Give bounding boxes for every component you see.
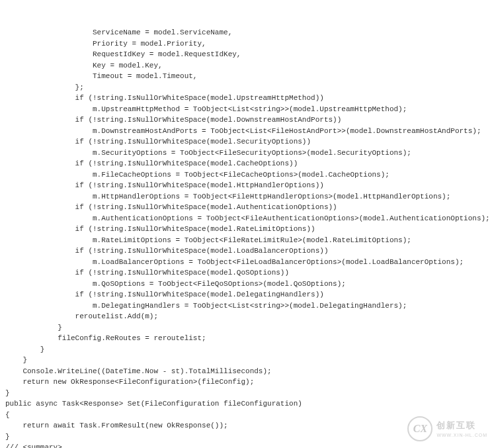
code-lines: ServiceName = model.ServiceName, Priorit…: [5, 27, 489, 448]
code-line: RequestIdKey = model.RequestIdKey,: [5, 49, 489, 60]
code-line: public async Task<Response> Set(FileConf…: [5, 398, 489, 410]
code-line: if (!string.IsNullOrWhiteSpace(model.Loa…: [5, 246, 489, 257]
code-line: reroutelist.Add(m);: [5, 311, 489, 322]
code-line: if (!string.IsNullOrWhiteSpace(model.Dow…: [5, 114, 489, 126]
code-line: Timeout = model.Timeout,: [5, 71, 489, 82]
code-line: m.DownstreamHostAndPorts = ToObject<List…: [5, 126, 489, 137]
code-line: m.QoSOptions = ToObject<FileQoSOptions>(…: [5, 279, 489, 290]
code-line: m.UpstreamHttpMethod = ToObject<List<str…: [5, 104, 489, 115]
code-line: m.HttpHandlerOptions = ToObject<FileHttp…: [5, 191, 489, 202]
code-line: }: [5, 388, 489, 399]
code-line: m.SecurityOptions = ToObject<FileSecurit…: [5, 148, 489, 159]
watermark-text: 创新互联 WWW.XIN-HL.COM: [436, 419, 487, 439]
code-line: }: [5, 355, 489, 366]
watermark-logo-icon: CX: [407, 416, 432, 441]
code-line: return new OkResponse<FileConfiguration>…: [5, 377, 489, 388]
code-line: Priority = model.Priority,: [5, 38, 489, 50]
code-line: if (!string.IsNullOrWhiteSpace(model.QoS…: [5, 267, 489, 279]
code-line: };: [5, 82, 489, 93]
code-line: m.LoadBalancerOptions = ToObject<FileLoa…: [5, 257, 489, 268]
code-line: Key = model.Key,: [5, 60, 489, 71]
code-line: m.AuthenticationOptions = ToObject<FileA…: [5, 213, 489, 224]
code-line: if (!string.IsNullOrWhiteSpace(model.Cac…: [5, 158, 489, 169]
code-line: m.FileCacheOptions = ToObject<FileCacheO…: [5, 169, 489, 181]
code-line: if (!string.IsNullOrWhiteSpace(model.Rat…: [5, 224, 489, 235]
code-line: if (!string.IsNullOrWhiteSpace(model.Aut…: [5, 202, 489, 213]
code-line: if (!string.IsNullOrWhiteSpace(model.Htt…: [5, 180, 489, 191]
code-line: fileConfig.ReRoutes = reroutelist;: [5, 333, 489, 344]
code-line: ServiceName = model.ServiceName,: [5, 27, 489, 38]
watermark-main-text: 创新互联: [436, 419, 487, 432]
code-line: if (!string.IsNullOrWhiteSpace(model.Sec…: [5, 136, 489, 148]
code-line: /// <summary>: [5, 442, 489, 448]
code-line: }: [5, 344, 489, 355]
code-line: Console.WriteLine((DateTime.Now - st).To…: [5, 366, 489, 377]
code-line: if (!string.IsNullOrWhiteSpace(model.Del…: [5, 289, 489, 300]
code-line: m.RateLimitOptions = ToObject<FileRateLi…: [5, 235, 489, 246]
watermark-sub-text: WWW.XIN-HL.COM: [436, 432, 487, 439]
code-line: if (!string.IsNullOrWhiteSpace(model.Ups…: [5, 93, 489, 104]
code-line: }: [5, 322, 489, 334]
code-block: ServiceName = model.ServiceName, Priorit…: [5, 5, 489, 448]
code-line: m.DelegatingHandlers = ToObject<List<str…: [5, 300, 489, 312]
watermark: CX 创新互联 WWW.XIN-HL.COM: [407, 416, 487, 441]
